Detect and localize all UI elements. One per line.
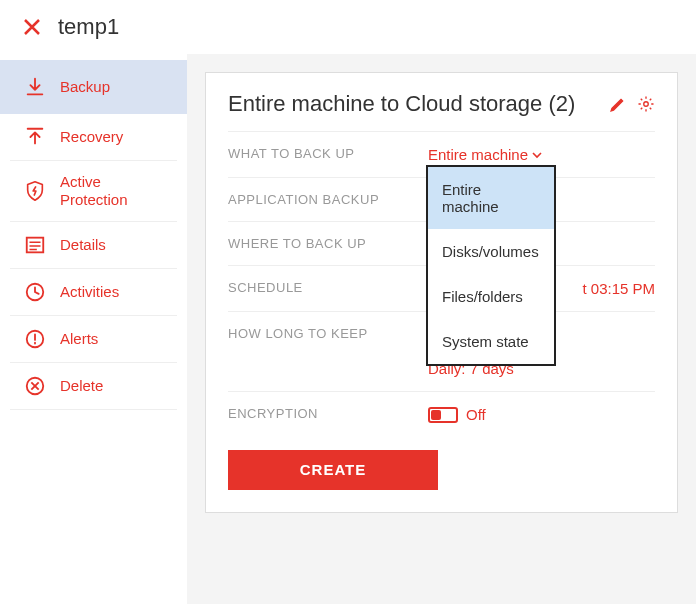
close-icon[interactable] (22, 17, 42, 37)
delete-icon (24, 375, 46, 397)
dropdown-value: Entire machine (428, 146, 528, 163)
row-label: APPLICATION BACKUP (228, 192, 428, 207)
details-icon (24, 234, 46, 256)
sidebar-item-label: Alerts (60, 330, 98, 348)
dropdown-item-entire-machine[interactable]: Entire machine (428, 167, 554, 229)
row-label: HOW LONG TO KEEP (228, 326, 428, 341)
dropdown-item-files-folders[interactable]: Files/folders (428, 274, 554, 319)
sidebar-item-label: Backup (60, 78, 110, 96)
gear-icon[interactable] (637, 95, 655, 113)
svg-point-4 (644, 102, 649, 107)
sidebar-item-details[interactable]: Details (10, 222, 177, 269)
recovery-icon (24, 126, 46, 148)
create-button[interactable]: CREATE (228, 450, 438, 490)
header: temp1 (0, 0, 696, 54)
dropdown-item-disks-volumes[interactable]: Disks/volumes (428, 229, 554, 274)
alert-icon (24, 328, 46, 350)
what-to-back-up-dropdown[interactable]: Entire machine (428, 146, 542, 163)
sidebar: Backup Recovery Active Protection Detail… (0, 54, 187, 604)
what-to-back-up-menu: Entire machine Disks/volumes Files/folde… (426, 165, 556, 366)
schedule-value: t 03:15 PM (582, 280, 655, 297)
backup-panel: Entire machine to Cloud storage (2) WHAT… (205, 72, 678, 513)
sidebar-item-alerts[interactable]: Alerts (10, 316, 177, 363)
edit-icon[interactable] (609, 95, 627, 113)
shield-icon (24, 180, 46, 202)
sidebar-item-label: Details (60, 236, 106, 254)
toggle-track (428, 407, 458, 423)
chevron-down-icon (532, 150, 542, 160)
sidebar-item-active-protection[interactable]: Active Protection (10, 161, 177, 222)
sidebar-item-label: Activities (60, 283, 119, 301)
toggle-label: Off (466, 406, 486, 423)
backup-icon (24, 76, 46, 98)
sidebar-item-backup[interactable]: Backup (0, 60, 187, 114)
row-label: ENCRYPTION (228, 406, 428, 421)
sidebar-item-label: Active Protection (60, 173, 163, 209)
row-label: WHERE TO BACK UP (228, 236, 428, 251)
sidebar-item-label: Recovery (60, 128, 123, 146)
clock-icon (24, 281, 46, 303)
panel-title: Entire machine to Cloud storage (2) (228, 91, 575, 117)
row-label: SCHEDULE (228, 280, 428, 295)
row-encryption: ENCRYPTION Off (228, 391, 655, 440)
sidebar-item-label: Delete (60, 377, 103, 395)
page-title: temp1 (58, 14, 119, 40)
sidebar-item-delete[interactable]: Delete (10, 363, 177, 410)
row-label: WHAT TO BACK UP (228, 146, 428, 161)
sidebar-item-recovery[interactable]: Recovery (10, 114, 177, 161)
sidebar-item-activities[interactable]: Activities (10, 269, 177, 316)
dropdown-item-system-state[interactable]: System state (428, 319, 554, 364)
content-area: Entire machine to Cloud storage (2) WHAT… (187, 54, 696, 604)
encryption-toggle[interactable]: Off (428, 406, 486, 423)
